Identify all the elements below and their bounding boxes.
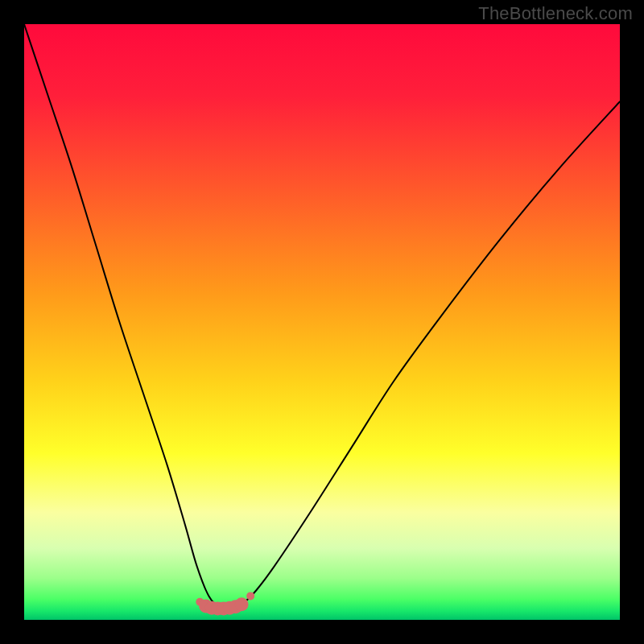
chart-svg <box>24 24 620 620</box>
chart-frame: TheBottleneck.com <box>0 0 644 644</box>
chart-plot-area <box>24 24 620 620</box>
trough-dot <box>235 597 249 611</box>
trough-dot <box>246 592 254 600</box>
chart-background <box>24 24 620 620</box>
watermark-text: TheBottleneck.com <box>478 3 633 24</box>
